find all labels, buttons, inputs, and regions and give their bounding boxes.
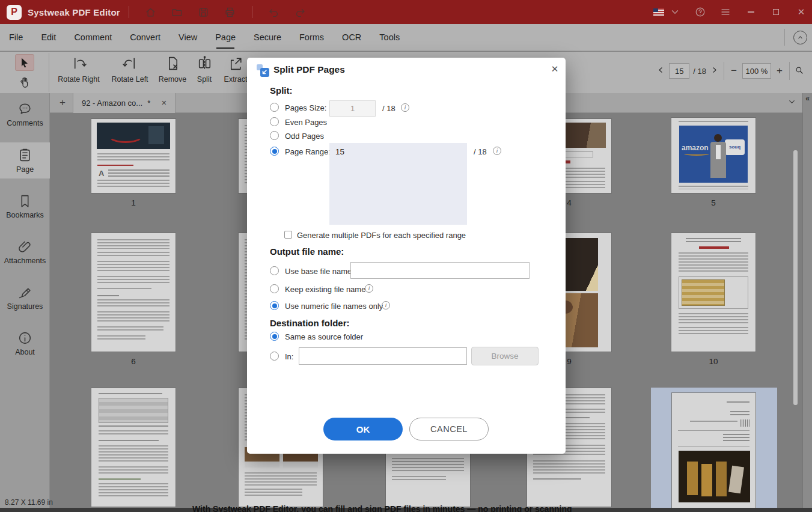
collapse-panel-icon[interactable]: « [803,93,812,104]
tab-title: 92 - Amazon co... [82,99,142,108]
rotate-right-icon [71,55,87,72]
page-thumbnail-6[interactable] [91,233,176,352]
search-icon[interactable] [795,66,804,77]
print-icon[interactable] [224,5,237,19]
sidebar-item-attachments[interactable]: Attachments [0,234,50,270]
menu-secure[interactable]: Secure [254,29,281,45]
sidebar-item-about[interactable]: About [0,325,50,361]
language-chevron-down-icon[interactable] [668,5,682,19]
page-thumbnail-11[interactable] [91,388,176,507]
zoom-level-input[interactable]: 100 % [742,63,771,79]
hand-tool-button[interactable] [15,73,34,90]
page-number-label: 1 [91,198,176,207]
rotate-left-icon [122,55,138,72]
base-file-name-input[interactable] [350,262,530,279]
minimize-button[interactable] [743,5,758,19]
menu-tools[interactable]: Tools [379,29,400,45]
page-number-label: 6 [91,357,176,366]
dialog-title: Split PDF Pages [273,64,345,75]
use-numeric-file-names-label: Use numeric file names only [285,302,383,311]
promo-banner-text: With Systweak PDF Editor, you can fill a… [192,504,572,512]
menu-page[interactable]: Page [215,29,236,45]
menu-file[interactable]: File [9,29,23,45]
output-section-heading: Output file name: [270,246,344,257]
next-page-button[interactable] [710,66,719,77]
keep-existing-file-name-radio[interactable] [270,284,279,293]
current-page-input[interactable]: 15 [669,63,689,79]
numeric-file-names-info-icon[interactable]: i [382,301,390,309]
split-section-heading: Split: [270,85,293,96]
hamburger-menu-icon[interactable] [718,5,733,19]
browse-button[interactable]: Browse [471,347,539,365]
destination-in-radio[interactable] [270,352,279,361]
previous-page-button[interactable] [656,66,665,77]
menu-convert[interactable]: Convert [130,29,160,45]
rotate-right-button[interactable]: Rotate Right [53,55,105,84]
same-as-source-folder-radio[interactable] [270,332,279,341]
use-base-file-name-radio[interactable] [270,266,279,275]
page-thumbnail-1[interactable]: A [91,118,176,194]
tab-list-chevron-down-icon[interactable] [787,97,796,109]
app-title: Systweak PDF Editor [28,7,120,17]
page-thumbnail-15-selected[interactable] [671,392,756,508]
page-range-info-icon[interactable]: i [493,147,501,155]
maximize-button[interactable] [769,5,783,19]
page-number-label: 5 [671,198,756,207]
home-icon[interactable] [144,5,157,19]
close-tab-icon[interactable]: ✕ [161,99,166,107]
separator [49,53,49,92]
menu-ocr[interactable]: OCR [342,29,361,45]
cancel-button[interactable]: CANCEL [409,418,489,440]
pages-size-radio[interactable] [270,103,279,112]
add-tab-button[interactable]: + [55,97,70,109]
selected-page-highlight [651,388,777,508]
document-tab[interactable]: 92 - Amazon co... * ✕ [73,93,176,113]
odd-pages-radio[interactable] [270,131,279,140]
save-icon[interactable] [197,5,210,19]
language-flag-icon[interactable] [652,5,666,19]
menu-comment[interactable]: Comment [74,29,112,45]
generate-multiple-pdfs-checkbox[interactable] [284,231,292,239]
destination-in-label: In: [285,352,293,361]
pages-size-input[interactable]: 1 [329,100,376,117]
collapse-ribbon-button[interactable] [793,31,807,44]
vertical-scrollbar[interactable] [793,150,798,405]
keep-existing-info-icon[interactable]: i [365,284,373,293]
thumbnail-image [679,451,750,502]
menu-forms[interactable]: Forms [299,29,324,45]
undo-icon[interactable] [267,5,281,19]
sidebar-item-signatures[interactable]: Signatures [0,279,50,315]
sidebar-item-comments[interactable]: Comments [0,96,50,132]
page-thumbnail-5[interactable]: amazon souq [671,117,756,194]
open-file-icon[interactable] [171,5,184,19]
pages-size-info-icon[interactable]: i [401,103,409,112]
zoom-in-button[interactable]: + [775,65,784,77]
help-icon[interactable] [693,5,707,19]
select-tool-button[interactable] [15,54,34,71]
menu-view[interactable]: View [179,29,197,45]
remove-page-icon [165,55,181,72]
redo-icon[interactable] [294,5,307,19]
unsaved-indicator: * [147,99,150,108]
even-pages-radio[interactable] [270,117,279,126]
ok-button[interactable]: OK [323,418,403,440]
even-pages-label: Even Pages [285,118,327,127]
page-thumbnail-10[interactable] [671,233,756,352]
menu-edit[interactable]: Edit [41,29,56,45]
page-navigation-cluster: 15 / 18 − 100 % + [656,62,806,80]
close-window-button[interactable]: ✕ [794,5,808,19]
zoom-out-button[interactable]: − [729,65,739,77]
page-range-radio[interactable] [270,147,279,156]
sidebar-item-page[interactable]: Page [0,142,50,178]
use-numeric-file-names-radio[interactable] [270,301,279,310]
page-panel-icon [17,148,32,163]
app-window: P Systweak PDF Editor ✕ File Edit Commen… [0,0,812,512]
destination-path-input[interactable] [299,347,467,365]
thumbnail-panel-collapse-strip[interactable]: « [802,93,812,508]
cursor-arrow-icon [19,56,31,69]
separator [724,62,724,80]
app-logo-icon: P [7,5,22,20]
dialog-close-icon[interactable]: ✕ [549,63,561,75]
page-range-textarea[interactable]: 15 [329,143,467,225]
sidebar-item-bookmarks[interactable]: Bookmarks [0,188,50,224]
